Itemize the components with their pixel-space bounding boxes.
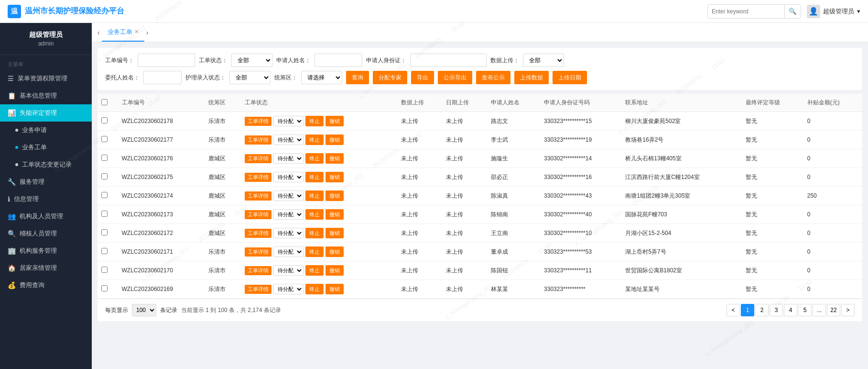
status-select[interactable]: 待分配 待分配 处理中 已完成 bbox=[273, 134, 304, 145]
upload-date-button[interactable]: 上传日期 bbox=[553, 71, 587, 84]
sidebar-user: 超级管理员 admin bbox=[0, 23, 92, 55]
statistic-area-select[interactable]: 请选择 乐清市 鹿城区 瓯海区 龙湾区 bbox=[301, 71, 342, 84]
end-button[interactable]: 终止 bbox=[305, 172, 324, 182]
search-input[interactable] bbox=[708, 8, 784, 15]
cancel-button[interactable]: 撤销 bbox=[326, 116, 344, 126]
status-select[interactable]: 待分配 待分配 处理中 已完成 bbox=[273, 209, 304, 220]
page-btn-22[interactable]: 22 bbox=[827, 304, 840, 316]
cancel-button[interactable]: 撤销 bbox=[326, 265, 344, 276]
cancel-button[interactable]: 撤销 bbox=[326, 246, 344, 257]
workorder-detail-tag[interactable]: 工单详情 bbox=[245, 191, 271, 201]
row-checkbox[interactable] bbox=[101, 285, 108, 291]
sidebar-item-basic-info[interactable]: 📋 基本信息管理 bbox=[0, 87, 92, 104]
sidebar-item-family-care-mgmt[interactable]: 🏠 居家亲情管理 bbox=[0, 259, 92, 277]
sidebar-item-audit-person-mgmt[interactable]: 🔍 稽核人员管理 bbox=[0, 225, 92, 242]
assign-button[interactable]: 分配专家 bbox=[373, 71, 407, 84]
sidebar-item-disability-eval[interactable]: 📊 失能评定管理 bbox=[0, 104, 92, 122]
workorder-detail-tag[interactable]: 工单详情 bbox=[245, 154, 271, 163]
cancel-button[interactable]: 撤销 bbox=[326, 209, 344, 220]
row-checkbox[interactable] bbox=[101, 136, 108, 142]
end-button[interactable]: 终止 bbox=[305, 209, 324, 220]
page-btn-2[interactable]: 2 bbox=[755, 304, 769, 316]
tab-biz-workorder[interactable]: 业务工单 ✕ bbox=[102, 23, 144, 42]
cancel-button[interactable]: 撤销 bbox=[326, 172, 344, 182]
row-applicant-id: 330302**********14 bbox=[540, 149, 621, 168]
workorder-detail-tag[interactable]: 工单详情 bbox=[245, 247, 271, 257]
tab-prev-button[interactable]: ‹ bbox=[96, 29, 102, 36]
page-btn-3[interactable]: 3 bbox=[770, 304, 783, 316]
status-select[interactable]: 待分配 待分配 处理中 已完成 bbox=[273, 190, 304, 201]
end-button[interactable]: 终止 bbox=[305, 228, 324, 238]
row-checkbox[interactable] bbox=[101, 155, 108, 161]
sidebar-item-org-service-mgmt[interactable]: 🏢 机构服务管理 bbox=[0, 242, 92, 259]
query-button[interactable]: 查询 bbox=[346, 71, 369, 84]
upload-data-select[interactable]: 全部 已上传 未上传 bbox=[523, 54, 564, 67]
workorder-detail-tag[interactable]: 工单详情 bbox=[245, 210, 271, 219]
status-select[interactable]: 待分配 待分配 处理中 已完成 bbox=[273, 284, 304, 294]
row-checkbox[interactable] bbox=[101, 229, 108, 235]
workorder-detail-tag[interactable]: 工单详情 bbox=[245, 285, 271, 294]
row-checkbox[interactable] bbox=[101, 192, 108, 198]
cancel-button[interactable]: 撤销 bbox=[326, 153, 344, 164]
tab-next-button[interactable]: › bbox=[144, 29, 151, 36]
sidebar-item-biz-apply[interactable]: 业务申请 bbox=[8, 122, 92, 139]
cancel-button[interactable]: 撤销 bbox=[326, 228, 344, 238]
end-button[interactable]: 终止 bbox=[305, 153, 324, 164]
end-button[interactable]: 终止 bbox=[305, 284, 324, 294]
prev-page-button[interactable]: < bbox=[727, 304, 740, 316]
page-btn-4[interactable]: 4 bbox=[784, 304, 797, 316]
cancel-button[interactable]: 撤销 bbox=[326, 190, 344, 201]
select-all-checkbox[interactable] bbox=[101, 99, 108, 105]
show-announcement-button[interactable]: 公示导出 bbox=[438, 71, 472, 84]
row-checkbox[interactable] bbox=[101, 267, 108, 273]
workorder-no-input[interactable] bbox=[138, 54, 195, 67]
user-area[interactable]: 👤 超级管理员 ▾ bbox=[807, 5, 860, 18]
end-button[interactable]: 终止 bbox=[305, 116, 324, 126]
page-btn-5[interactable]: 5 bbox=[798, 304, 812, 316]
applicant-name-input[interactable] bbox=[315, 54, 362, 67]
search-button[interactable]: 🔍 bbox=[784, 5, 801, 18]
row-checkbox[interactable] bbox=[101, 117, 108, 123]
family-care-icon: 🏠 bbox=[8, 264, 16, 272]
end-button[interactable]: 终止 bbox=[305, 265, 324, 276]
workorder-status-select[interactable]: 全部 待分配 处理中 已完成 已终止 bbox=[231, 54, 272, 67]
sidebar-item-menu-resource[interactable]: ☰ 菜单资源权限管理 bbox=[0, 70, 92, 87]
delegate-name-input[interactable] bbox=[143, 71, 182, 84]
workorder-detail-tag[interactable]: 工单详情 bbox=[245, 117, 271, 126]
end-button[interactable]: 终止 bbox=[305, 190, 324, 201]
sidebar-item-fee-query[interactable]: 💰 费用查询 bbox=[0, 277, 92, 294]
row-applicant-id: 330323********** bbox=[540, 280, 621, 299]
sidebar-item-info-mgmt[interactable]: ℹ 信息管理 bbox=[0, 190, 92, 208]
sidebar-item-service-mgmt[interactable]: 🔧 服务管理 bbox=[0, 173, 92, 190]
workorder-detail-tag[interactable]: 工单详情 bbox=[245, 173, 271, 182]
cancel-button[interactable]: 撤销 bbox=[326, 284, 344, 294]
page-btn-1[interactable]: 1 bbox=[741, 304, 754, 316]
cancel-button[interactable]: 撤销 bbox=[326, 134, 344, 145]
applicant-id-input[interactable] bbox=[410, 54, 487, 67]
status-select[interactable]: 待分配 待分配 处理中 已完成 bbox=[273, 228, 304, 238]
row-checkbox[interactable] bbox=[101, 211, 108, 217]
sidebar-item-org-person-mgmt[interactable]: 👥 机构及人员管理 bbox=[0, 208, 92, 225]
workorder-detail-tag[interactable]: 工单详情 bbox=[245, 135, 271, 145]
sidebar-item-workorder-status[interactable]: 工单状态变更记录 bbox=[8, 156, 92, 173]
workorder-detail-tag[interactable]: 工单详情 bbox=[245, 229, 271, 238]
row-status-cell: 工单详情 待分配 待分配 处理中 已完成 终止 撤销 bbox=[241, 112, 397, 131]
status-select[interactable]: 待分配 待分配 处理中 已完成 bbox=[273, 246, 304, 257]
status-select[interactable]: 待分配 待分配 处理中 已完成 bbox=[273, 116, 304, 126]
export-button[interactable]: 导出 bbox=[411, 71, 434, 84]
per-page-select[interactable]: 100 50 20 bbox=[132, 304, 156, 316]
care-entry-select[interactable]: 全部 已录入 未录入 bbox=[229, 71, 271, 84]
row-checkbox[interactable] bbox=[101, 248, 108, 254]
status-select[interactable]: 待分配 待分配 处理中 已完成 bbox=[273, 153, 304, 164]
workorder-detail-tag[interactable]: 工单详情 bbox=[245, 266, 271, 275]
end-button[interactable]: 终止 bbox=[305, 134, 324, 145]
sidebar-item-biz-workorder[interactable]: 业务工单 bbox=[8, 139, 92, 156]
publish-announcement-button[interactable]: 发布公示 bbox=[476, 71, 510, 84]
tab-close-icon[interactable]: ✕ bbox=[134, 29, 139, 35]
upload-data-button[interactable]: 上传数据 bbox=[514, 71, 549, 84]
status-select[interactable]: 待分配 待分配 处理中 已完成 bbox=[273, 265, 304, 276]
row-checkbox[interactable] bbox=[101, 173, 108, 179]
next-page-button[interactable]: > bbox=[841, 304, 855, 316]
end-button[interactable]: 终止 bbox=[305, 246, 324, 257]
status-select[interactable]: 待分配 待分配 处理中 已完成 bbox=[273, 172, 304, 182]
